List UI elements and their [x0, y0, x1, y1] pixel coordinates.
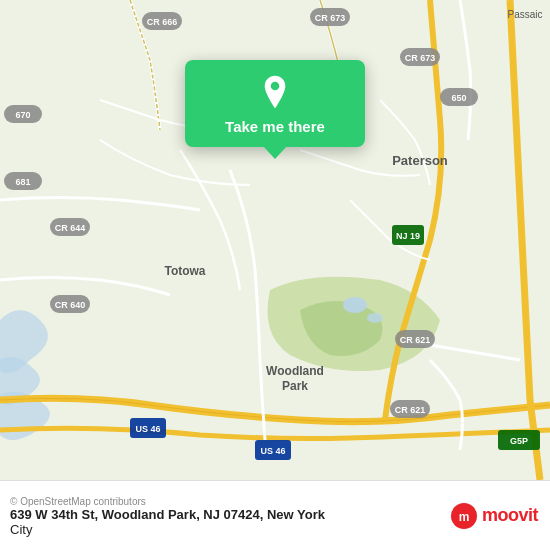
svg-text:Passaic: Passaic — [507, 9, 542, 20]
svg-text:CR 666: CR 666 — [147, 17, 178, 27]
location-pin-icon — [257, 74, 293, 110]
svg-point-2 — [367, 313, 383, 323]
svg-point-1 — [343, 297, 367, 313]
svg-text:Totowa: Totowa — [164, 264, 205, 278]
address-block: © OpenStreetMap contributors 639 W 34th … — [10, 494, 325, 537]
svg-text:US 46: US 46 — [135, 424, 160, 434]
svg-text:CR 621: CR 621 — [400, 335, 431, 345]
svg-text:Woodland: Woodland — [266, 364, 324, 378]
svg-text:Park: Park — [282, 379, 308, 393]
address-line1: 639 W 34th St, Woodland Park, NJ 07424, … — [10, 507, 325, 522]
svg-text:CR 640: CR 640 — [55, 300, 86, 310]
svg-text:G5P: G5P — [510, 436, 528, 446]
svg-point-36 — [271, 82, 280, 91]
moovit-brand-icon: m — [450, 502, 478, 530]
svg-text:CR 621: CR 621 — [395, 405, 426, 415]
svg-text:NJ 19: NJ 19 — [396, 231, 420, 241]
map-area: 670 681 CR 666 CR 673 CR 673 650 CR 644 … — [0, 0, 550, 480]
svg-text:US 46: US 46 — [260, 446, 285, 456]
svg-text:CR 673: CR 673 — [315, 13, 346, 23]
address-line2: City — [10, 522, 325, 537]
take-me-there-button[interactable]: Take me there — [225, 118, 325, 135]
navigation-popup[interactable]: Take me there — [185, 60, 365, 147]
svg-text:CR 673: CR 673 — [405, 53, 436, 63]
svg-text:670: 670 — [15, 110, 30, 120]
svg-text:CR 644: CR 644 — [55, 223, 86, 233]
svg-text:Paterson: Paterson — [392, 153, 448, 168]
bottom-info-bar: © OpenStreetMap contributors 639 W 34th … — [0, 480, 550, 550]
svg-text:681: 681 — [15, 177, 30, 187]
moovit-logo: m moovit — [450, 502, 538, 530]
osm-credit: © OpenStreetMap contributors — [10, 496, 325, 507]
moovit-text: moovit — [482, 505, 538, 526]
svg-text:m: m — [459, 510, 470, 524]
svg-text:650: 650 — [451, 93, 466, 103]
